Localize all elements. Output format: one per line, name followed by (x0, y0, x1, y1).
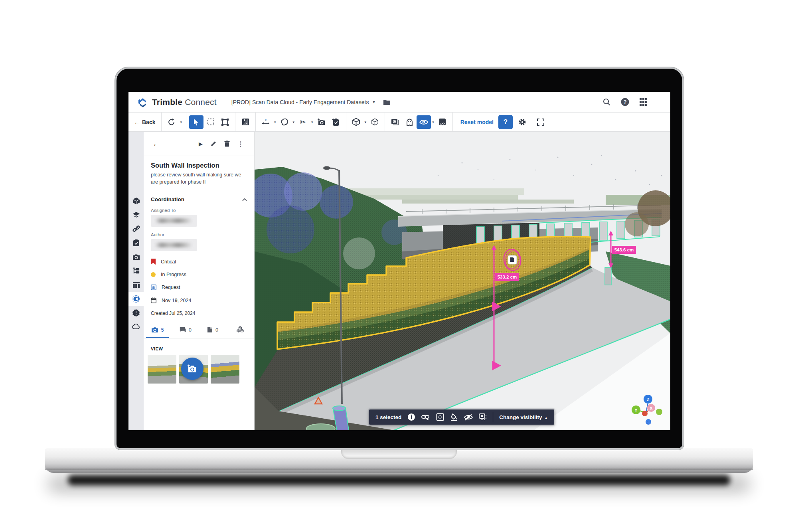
tab-comments[interactable]: 0 (171, 321, 199, 338)
orbit-caret-icon[interactable]: ▾ (179, 120, 183, 124)
trimble-connect-logo[interactable]: Trimble Connect (137, 97, 217, 108)
add-view-camera-button[interactable] (181, 358, 203, 380)
visibility-menu-caret-icon: ▲ (544, 416, 548, 420)
surface-texture-button[interactable] (435, 115, 450, 129)
app-body: ← ▶ ⋮ South Wall Inspection please revie… (128, 132, 670, 430)
more-options-kebab-icon[interactable]: ⋮ (237, 140, 244, 148)
viewer-toolbar: ←Back ▾ x ▾ ▾ ✂ ▾ ▾ (128, 113, 670, 132)
transform-tool-button[interactable] (218, 115, 232, 129)
type-value: Request (162, 285, 180, 290)
todo-create-button[interactable] (329, 115, 343, 129)
documents-count: 0 (215, 327, 218, 333)
help-bubble-button[interactable]: ? (498, 115, 513, 129)
document-glyph-icon (510, 257, 514, 262)
folder-icon[interactable] (383, 99, 391, 105)
measurement-label: 533.2 cm (498, 275, 517, 279)
snapshot-button[interactable] (314, 115, 329, 129)
reset-model-button[interactable]: Reset model (456, 119, 498, 125)
snapshot-selection-icon[interactable] (479, 413, 487, 421)
laptop-shadow (68, 475, 730, 485)
hide-eye-icon[interactable] (464, 414, 473, 421)
type-row[interactable]: Request (144, 281, 254, 294)
project-caret-icon[interactable]: ▾ (373, 100, 375, 104)
visibility-tool-button[interactable] (417, 115, 431, 129)
todo-description: please review south wall making sure we … (151, 171, 247, 186)
models-caret-icon[interactable]: ▾ (363, 120, 368, 124)
change-visibility-button[interactable]: Change visibility ▲ (499, 414, 548, 420)
manhole-cover (306, 424, 335, 430)
panel-tabs: 5 0 0 (144, 321, 254, 338)
sidebar-item-hierarchy[interactable] (128, 264, 144, 278)
sidebar-item-sync[interactable] (128, 320, 144, 334)
camera-tab-icon (151, 327, 158, 333)
svg-text:?: ? (624, 99, 627, 105)
orbit-tool-button[interactable] (164, 115, 179, 129)
help-icon[interactable]: ? (621, 98, 629, 106)
camera-plus-icon (187, 364, 198, 373)
edit-pencil-icon[interactable] (210, 140, 217, 147)
trimble-logo-icon (137, 97, 148, 108)
clip-tool-button[interactable]: ✂ (296, 115, 310, 129)
tab-models[interactable] (227, 321, 254, 338)
models-tool-button[interactable] (349, 115, 363, 129)
tab-documents[interactable]: 0 (199, 321, 227, 338)
redacted-name (155, 218, 192, 223)
assigned-to-value[interactable] (151, 215, 197, 227)
view-thumbnail-3[interactable] (211, 355, 239, 384)
sidebar-item-models[interactable] (128, 194, 144, 208)
header-actions: ? (603, 98, 662, 106)
play-icon[interactable]: ▶ (199, 141, 203, 147)
object-box-button[interactable] (367, 115, 382, 129)
back-button[interactable]: ←Back (131, 119, 158, 125)
sidebar-item-issues[interactable] (128, 306, 144, 320)
selected-count: 1 selected (375, 414, 401, 420)
ghost-mode-button[interactable] (402, 115, 417, 129)
visibility-caret-icon[interactable]: ▾ (431, 120, 435, 124)
search-icon[interactable] (603, 98, 610, 106)
delete-trash-icon[interactable] (224, 140, 230, 147)
priority-value: Critical (161, 259, 176, 265)
info-icon[interactable] (407, 413, 415, 421)
select-tool-button[interactable] (189, 115, 203, 129)
app-header: Trimble Connect [PROD] Scan Data Cloud -… (128, 92, 670, 113)
svg-text:x: x (265, 119, 267, 121)
markup-caret-icon[interactable]: ▾ (292, 120, 296, 124)
panel-back-icon[interactable]: ← (152, 139, 160, 148)
view-section-label: VIEW (144, 338, 254, 355)
measure-caret-icon[interactable]: ▾ (273, 120, 277, 124)
due-date-row[interactable]: Nov 19, 2024 (144, 294, 254, 307)
coordination-section-header[interactable]: Coordination (144, 191, 254, 205)
view-thumbnail-1[interactable] (148, 355, 176, 384)
sidebar-item-coordination[interactable] (128, 292, 144, 306)
status-row[interactable]: In Progress (144, 268, 254, 281)
sidebar-item-layers[interactable] (128, 208, 144, 222)
markup-tool-button[interactable] (277, 115, 292, 129)
sidebar-item-todos[interactable] (128, 236, 144, 250)
fullscreen-button[interactable] (533, 115, 548, 129)
author-value[interactable] (151, 239, 197, 251)
link-add-icon[interactable] (421, 414, 430, 420)
page: Trimble Connect [PROD] Scan Data Cloud -… (0, 0, 798, 532)
assigned-to-label: Assigned To (144, 205, 254, 215)
settings-gear-icon[interactable] (515, 115, 529, 129)
priority-row[interactable]: Critical (144, 255, 254, 268)
adjust-levels-button[interactable] (238, 115, 253, 129)
apps-grid-icon[interactable] (640, 98, 647, 106)
panel-action-bar: ← ▶ ⋮ (144, 132, 254, 156)
views-gallery-button[interactable] (388, 115, 402, 129)
project-name[interactable]: [PROD] Scan Data Cloud - Early Engagemen… (231, 99, 369, 105)
paint-color-icon[interactable] (450, 413, 458, 421)
sidebar-item-tables[interactable] (128, 278, 144, 292)
measure-tool-button[interactable]: x (259, 115, 273, 129)
sidebar-item-views[interactable] (128, 250, 144, 264)
selection-toolbar: 1 selected Change visibility ▲ (369, 409, 554, 425)
zoom-to-selection-icon[interactable] (436, 413, 444, 421)
marquee-select-button[interactable] (203, 115, 218, 129)
in-progress-dot-icon (151, 272, 156, 277)
comments-count: 0 (189, 327, 192, 333)
3d-viewport[interactable]: 533.2 cm 543.6 cm Z (255, 132, 670, 430)
tab-views[interactable]: 5 (144, 321, 171, 338)
view-thumbnails (144, 355, 254, 384)
clip-caret-icon[interactable]: ▾ (310, 120, 314, 124)
sidebar-item-links[interactable] (128, 222, 144, 236)
